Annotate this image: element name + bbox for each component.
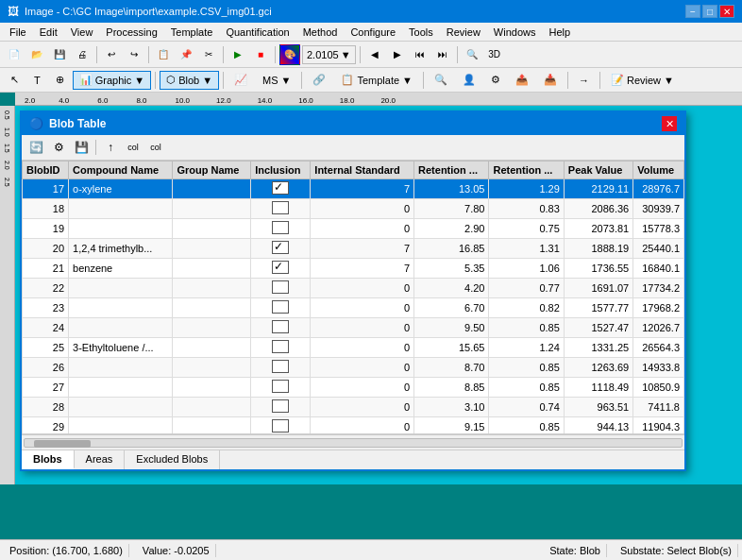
nav-left-button[interactable]: ◀ <box>364 44 385 65</box>
cell-inclusion[interactable] <box>251 279 311 298</box>
cell-inclusion[interactable] <box>251 219 311 239</box>
person-button[interactable]: 👤 <box>456 71 482 90</box>
cell-inclusion[interactable] <box>251 417 311 435</box>
inclusion-checkbox[interactable] <box>272 360 289 373</box>
menu-quantification[interactable]: Quantification <box>220 25 295 39</box>
review-dropdown[interactable]: 📝 Review ▼ <box>604 71 681 90</box>
menu-method[interactable]: Method <box>297 25 344 39</box>
tab-excluded-blobs[interactable]: Excluded Blobs <box>125 450 220 469</box>
dlg-refresh-button[interactable]: 🔄 <box>25 138 46 157</box>
table-row[interactable]: 19 0 2.90 0.75 2073.81 15778.3 <box>23 219 684 239</box>
chart-button[interactable]: 📈 <box>228 71 254 90</box>
menu-view[interactable]: View <box>65 25 99 39</box>
link-button[interactable]: 🔗 <box>306 71 332 90</box>
menu-file[interactable]: File <box>4 25 32 39</box>
inclusion-checkbox[interactable] <box>272 380 289 393</box>
undo-button[interactable]: ↩ <box>101 44 122 65</box>
cell-inclusion[interactable] <box>251 239 311 259</box>
nav-right-button[interactable]: ▶ <box>387 44 408 65</box>
find-button[interactable]: 🔍 <box>428 71 454 90</box>
table-row[interactable]: 28 0 3.10 0.74 963.51 7411.8 <box>23 398 684 417</box>
dlg-settings-button[interactable]: ⚙ <box>48 138 69 157</box>
table-row[interactable]: 24 0 9.50 0.85 1527.47 12026.7 <box>23 318 684 338</box>
dlg-up-button[interactable]: ↑ <box>100 138 121 157</box>
inclusion-checkbox[interactable] <box>272 320 289 333</box>
cell-inclusion[interactable] <box>251 199 311 219</box>
inclusion-checkbox[interactable] <box>272 419 289 433</box>
cell-inclusion[interactable] <box>251 318 311 338</box>
menu-help[interactable]: Help <box>543 25 576 39</box>
template-dropdown[interactable]: 📋 Template ▼ <box>334 71 419 90</box>
new-button[interactable]: 📄 <box>4 44 25 65</box>
table-row[interactable]: 27 0 8.85 0.85 1118.49 10850.9 <box>23 378 684 398</box>
table-row[interactable]: 22 0 4.20 0.77 1691.07 17734.2 <box>23 279 684 298</box>
import-button[interactable]: 📥 <box>537 71 564 90</box>
inclusion-checkbox[interactable] <box>272 241 289 254</box>
pointer-button[interactable]: ↖ <box>4 71 25 90</box>
table-row[interactable]: 25 3-Ethyltoluene /... 0 15.65 1.24 1331… <box>23 338 684 358</box>
table-row[interactable]: 21 benzene 7 5.35 1.06 1736.55 16840.1 <box>23 259 684 279</box>
inclusion-checkbox[interactable] <box>272 181 289 195</box>
menu-processing[interactable]: Processing <box>100 25 162 39</box>
tab-blobs[interactable]: Blobs <box>22 450 75 469</box>
menu-template[interactable]: Template <box>165 25 219 39</box>
dlg-col1-button[interactable]: col <box>123 138 143 157</box>
nav-start-button[interactable]: ⏮ <box>410 44 430 65</box>
table-row[interactable]: 17 o-xylene 7 13.05 1.29 2129.11 28976.7 <box>23 179 684 199</box>
inclusion-checkbox[interactable] <box>272 300 289 314</box>
print-button[interactable]: 🖨 <box>72 44 93 65</box>
graphic-dropdown[interactable]: 📊 Graphic ▼ <box>73 71 151 90</box>
table-row[interactable]: 20 1,2,4 trimethylb... 7 16.85 1.31 1888… <box>23 239 684 259</box>
cell-inclusion[interactable] <box>251 259 311 279</box>
3d-button[interactable]: 3D <box>484 44 505 65</box>
text-button[interactable]: T <box>27 71 47 90</box>
scrollbar-track[interactable] <box>24 438 683 448</box>
blob-dropdown[interactable]: ⬡ Blob ▼ <box>160 71 219 90</box>
inclusion-checkbox[interactable] <box>272 280 289 294</box>
maximize-button[interactable]: □ <box>702 5 717 18</box>
menu-windows[interactable]: Windows <box>488 25 542 39</box>
inclusion-checkbox[interactable] <box>272 261 289 274</box>
table-row[interactable]: 26 0 8.70 0.85 1263.69 14933.8 <box>23 358 684 378</box>
dlg-col2-button[interactable]: col <box>145 138 166 157</box>
paste-button[interactable]: 📌 <box>176 44 196 65</box>
dialog-close-button[interactable]: ✕ <box>662 116 677 131</box>
cell-inclusion[interactable] <box>251 298 311 318</box>
cell-inclusion[interactable] <box>251 358 311 378</box>
save-button[interactable]: 💾 <box>49 44 70 65</box>
stop-button[interactable]: ■ <box>250 44 271 65</box>
cut-button[interactable]: ✂ <box>198 44 219 65</box>
inclusion-checkbox[interactable] <box>272 340 289 353</box>
ms-dropdown[interactable]: MS ▼ <box>256 71 297 90</box>
tab-areas[interactable]: Areas <box>75 450 126 469</box>
open-button[interactable]: 📂 <box>26 44 47 65</box>
settings-button[interactable]: ⚙ <box>484 71 507 90</box>
cell-inclusion[interactable] <box>251 338 311 358</box>
inclusion-checkbox[interactable] <box>272 221 289 234</box>
export-button[interactable]: 📤 <box>509 71 535 90</box>
menu-review[interactable]: Review <box>441 25 486 39</box>
copy-button[interactable]: 📋 <box>153 44 174 65</box>
table-row[interactable]: 23 0 6.70 0.82 1577.77 17968.2 <box>23 298 684 318</box>
arrow-button[interactable]: → <box>572 71 596 90</box>
cell-inclusion[interactable] <box>251 378 311 398</box>
scrollbar-thumb[interactable] <box>34 440 91 448</box>
inclusion-checkbox[interactable] <box>272 399 289 413</box>
run-button[interactable]: ▶ <box>228 44 248 65</box>
menu-edit[interactable]: Edit <box>34 25 63 39</box>
menu-configure[interactable]: Configure <box>345 25 401 39</box>
inclusion-checkbox[interactable] <box>272 201 289 214</box>
table-row[interactable]: 29 0 9.15 0.85 944.13 11904.3 <box>23 417 684 435</box>
horizontal-scrollbar[interactable] <box>22 434 684 450</box>
cell-inclusion[interactable] <box>251 179 311 199</box>
zoom-dropdown[interactable]: 2.0105 ▼ <box>302 45 356 64</box>
zoom-in-button[interactable]: 🔍 <box>462 44 482 65</box>
dlg-save-button[interactable]: 💾 <box>71 138 92 157</box>
crosshair-button[interactable]: ⊕ <box>49 71 71 90</box>
nav-end-button[interactable]: ⏭ <box>432 44 453 65</box>
minimize-button[interactable]: − <box>685 5 700 18</box>
color-button[interactable]: 🎨 <box>279 44 300 65</box>
cell-inclusion[interactable] <box>251 398 311 417</box>
close-button[interactable]: ✕ <box>719 5 734 18</box>
table-row[interactable]: 18 0 7.80 0.83 2086.36 30939.7 <box>23 199 684 219</box>
